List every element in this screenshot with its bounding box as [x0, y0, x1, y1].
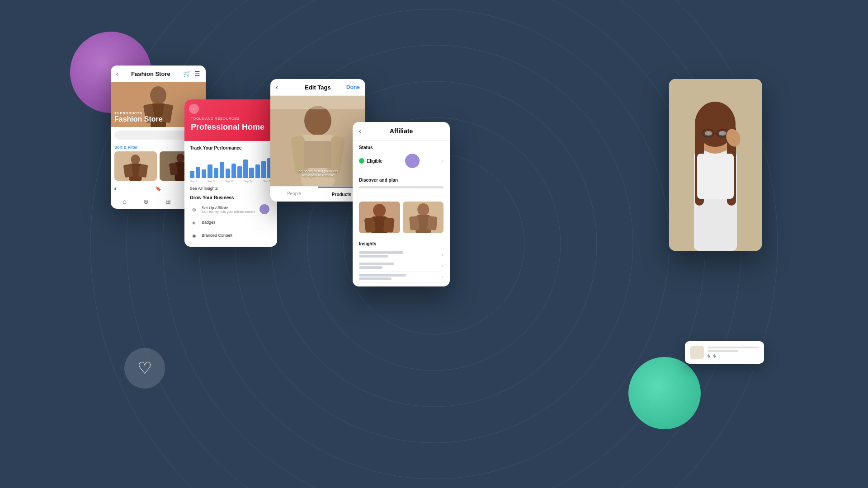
tag-instruction: Tag photo or tag products. Tap again to …	[294, 169, 342, 177]
card-photo	[669, 79, 762, 251]
affiliate-label: Set Up Affiliate	[202, 206, 255, 210]
insight-bar-2	[359, 263, 394, 265]
insight-bar-2b	[359, 266, 382, 269]
status-row: Eligible ›	[359, 154, 443, 168]
insights-label: Insights	[359, 241, 443, 246]
tags-photo-area[interactable]: Tag photo or tag products. Tap again to …	[270, 96, 365, 186]
svg-point-36	[417, 203, 429, 216]
cart-icon[interactable]: 🛒	[183, 70, 191, 77]
chart-bar	[231, 164, 236, 178]
pro-back-button[interactable]: ‹	[189, 104, 199, 114]
products-label: 10 PRODUCTS	[114, 111, 163, 115]
purple-indicator	[259, 204, 269, 214]
tools-label: TOOLS AND RESOURCES	[191, 117, 271, 121]
grow-business-title: Grow Your Business	[190, 195, 272, 200]
insight-bar-container-3	[359, 274, 418, 280]
cards-container: ‹ Fashion Store 🛒 ☰ 10 PRODUCTS Fashion …	[0, 0, 868, 488]
bookmark-icon[interactable]: 🔖	[156, 186, 161, 191]
svg-rect-53	[697, 154, 734, 199]
card-affiliate: ‹ Affiliate Status Eligible › Discover a…	[353, 122, 450, 286]
chart-bar	[255, 164, 260, 178]
chart-bar	[226, 169, 230, 178]
loading-bar	[359, 186, 443, 188]
chart-bar	[190, 171, 194, 178]
affiliate-back-icon[interactable]: ‹	[359, 127, 361, 135]
chart-bar	[220, 162, 224, 178]
price-values: $ $	[708, 354, 759, 358]
tags-bottom-tabs: People Products	[270, 186, 365, 202]
price-value-2: $	[713, 354, 716, 358]
affiliate-title: Affiliate	[390, 127, 413, 135]
eligible-dot	[359, 158, 364, 164]
fashion-store-title: Fashion Store	[131, 70, 170, 77]
menu-item-branded[interactable]: ◉ Branded Content	[190, 229, 272, 242]
svg-rect-39	[427, 216, 437, 230]
home-nav-icon[interactable]: ⌂	[123, 198, 126, 205]
chart-bar	[261, 161, 266, 178]
insight-row-2[interactable]: ›	[359, 260, 443, 272]
chart-bar	[202, 169, 206, 178]
hero-overlay: 10 PRODUCTS Fashion Store	[114, 111, 163, 123]
back-icon[interactable]: ‹	[116, 70, 118, 77]
price-bar-short	[708, 350, 738, 352]
insight-chevron-3: ›	[442, 275, 443, 280]
chart-bar	[208, 164, 212, 178]
insight-bar-3b	[359, 277, 392, 280]
status-toggle[interactable]	[405, 154, 420, 168]
product-thumb-1[interactable]	[114, 151, 157, 181]
status-section: Status Eligible ›	[353, 141, 450, 173]
insight-chevron-1: ›	[442, 252, 443, 257]
affiliate-thumbnails	[353, 197, 450, 238]
card-professional-home: ‹ TOOLS AND RESOURCES Professional Home …	[184, 99, 277, 247]
menu-icon[interactable]: ☰	[194, 70, 200, 77]
branded-icon: ◉	[190, 231, 198, 239]
insight-bar-container-2	[359, 263, 418, 269]
fashion-store-header: ‹ Fashion Store 🛒 ☰	[111, 66, 206, 82]
branded-label: Branded Content	[202, 233, 232, 238]
photo-background	[669, 79, 762, 251]
chart-label-1: Sep 1	[190, 180, 197, 183]
edit-tags-header: ‹ Edit Tags Done	[270, 79, 365, 96]
menu-item-badges[interactable]: ◈ Badges	[190, 216, 272, 229]
see-all-insights[interactable]: See All Insights	[190, 186, 272, 191]
svg-rect-33	[364, 217, 376, 233]
badges-icon: ◈	[190, 218, 198, 226]
insight-bar-1b	[359, 255, 388, 258]
svg-point-31	[373, 204, 386, 217]
menu-item-affiliate[interactable]: ◎ Set Up Affiliate Earn money from your …	[190, 203, 272, 216]
heart-button[interactable]: ♡	[124, 348, 165, 389]
search-nav-icon[interactable]: ⊕	[143, 198, 149, 205]
insight-row-1[interactable]: ›	[359, 249, 443, 260]
card-edit-tags: ‹ Edit Tags Done Tag photo or tag produc…	[270, 79, 365, 202]
chart-label-3: Sep 16	[225, 180, 234, 183]
insights-section: Insights › › ›	[353, 238, 450, 286]
pro-content: Track Your Performance Sep 1 S	[184, 141, 277, 247]
chart-bar	[243, 160, 248, 178]
insight-chevron-2: ›	[442, 263, 443, 268]
insight-bar-container	[359, 251, 418, 258]
svg-point-14	[131, 155, 140, 164]
svg-rect-28	[304, 141, 331, 168]
chart-label-4: Sep 24	[244, 180, 253, 183]
track-performance-title: Track Your Performance	[190, 145, 272, 150]
insight-bar-3	[359, 274, 406, 277]
chart-bar	[214, 168, 218, 178]
grid-nav-icon[interactable]: ⊞	[165, 198, 171, 205]
insight-row-3[interactable]: ›	[359, 272, 443, 283]
header-icons: 🛒 ☰	[183, 70, 200, 77]
svg-point-19	[177, 154, 185, 163]
price-thumbnail	[690, 346, 704, 359]
store-name-overlay: Fashion Store	[114, 115, 163, 123]
performance-chart	[190, 153, 272, 178]
chart-bar	[249, 168, 254, 178]
chart-bar	[196, 167, 200, 178]
svg-rect-38	[409, 216, 419, 230]
pro-home-title: Professional Home	[191, 122, 271, 132]
aff-thumb-2[interactable]	[403, 202, 444, 233]
aff-thumb-1[interactable]	[359, 202, 400, 233]
affiliate-icon: ◎	[190, 205, 198, 213]
done-button[interactable]: Done	[346, 84, 360, 90]
tags-back-icon[interactable]: ‹	[276, 84, 278, 91]
affiliate-header: ‹ Affiliate	[353, 122, 450, 141]
tab-people[interactable]: People	[270, 187, 318, 202]
